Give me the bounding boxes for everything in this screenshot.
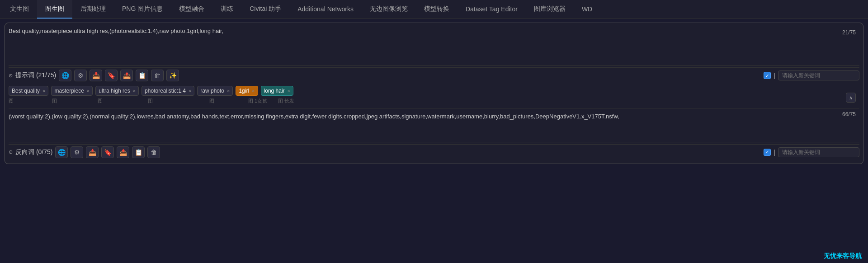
negative-toolbar-row: ⊙ 反向词 (0/75) 🌐 ⚙ 📥 🔖 📤 📋 🗑 xyxy=(9,144,859,160)
positive-toolbar-row: ⊙ 提示词 (21/75) 🌐 ⚙ 📥 🔖 📤 xyxy=(9,67,859,83)
positive-tags-section: Best quality × masterpiece × ultra high … xyxy=(9,83,859,106)
neg-trash-button[interactable]: 🗑 xyxy=(147,146,160,158)
tab-additional-networks[interactable]: Additional Networks xyxy=(289,0,362,19)
negative-section-label: ⊙ 反向词 (0/75) xyxy=(9,148,52,156)
neg-bookmark-button[interactable]: 🔖 xyxy=(101,146,114,158)
neg-globe-button[interactable]: 🌐 xyxy=(55,146,68,158)
tab-wd[interactable]: WD xyxy=(574,0,600,19)
magic-button[interactable]: ✨ xyxy=(166,70,179,81)
tag-1girl-text: 1girl xyxy=(239,88,249,94)
trash-button[interactable]: 🗑 xyxy=(151,70,164,81)
tag-photorealistic-close[interactable]: × xyxy=(189,88,191,94)
positive-prompt-section: 21/75 xyxy=(9,27,859,63)
bookmark-button[interactable]: 🔖 xyxy=(105,70,118,81)
copy-icon: 📋 xyxy=(138,72,146,79)
neg-bookmark-icon: 🔖 xyxy=(104,149,112,156)
tag-ultra-high-res-text: ultra high res xyxy=(99,88,130,94)
tag-ultra-high-res-close[interactable]: × xyxy=(133,88,136,94)
sub-1girl: 图 1女孩 xyxy=(248,98,275,104)
tab-img2img[interactable]: 图生图 xyxy=(37,0,72,19)
prompts-panel: 21/75 ⊙ 提示词 (21/75) 🌐 ⚙ 📥 xyxy=(5,23,863,164)
positive-tags-row: Best quality × masterpiece × ultra high … xyxy=(9,83,859,97)
upload-icon: 📤 xyxy=(123,72,131,79)
positive-token-count: 21/75 xyxy=(842,29,856,36)
sub-masterpiece: 图 xyxy=(52,98,95,104)
neg-gear-button[interactable]: ⚙ xyxy=(71,146,83,158)
tab-txt2img[interactable]: 文生图 xyxy=(2,0,37,19)
tag-sub-labels-row: 图 图 图 图 图 图 1女孩 图 长发 xyxy=(9,97,859,106)
globe-icon: 🌐 xyxy=(61,72,69,79)
negative-label-text: 反向词 (0/75) xyxy=(15,148,52,156)
tag-raw-photo: raw photo × xyxy=(197,86,233,96)
positive-prompt-textarea[interactable] xyxy=(9,27,859,62)
tab-pnginfo[interactable]: PNG 图片信息 xyxy=(114,0,171,19)
tag-masterpiece-text: masterpiece xyxy=(54,88,84,94)
neg-keyword-input-wrap: ✓ | xyxy=(764,147,859,157)
tag-raw-photo-close[interactable]: × xyxy=(227,88,230,94)
globe-button[interactable]: 🌐 xyxy=(59,70,71,81)
trash-icon: 🗑 xyxy=(154,72,160,79)
tag-masterpiece-close[interactable]: × xyxy=(87,88,90,94)
tag-1girl: 1girl × xyxy=(236,86,258,96)
collapse-positive-button[interactable]: ∧ xyxy=(846,93,856,103)
neg-trash-icon: 🗑 xyxy=(151,149,157,156)
positive-toolbar-section: ⊙ 提示词 (21/75) 🌐 ⚙ 📥 🔖 📤 xyxy=(9,67,859,106)
sub-best-quality: 图 xyxy=(9,98,49,104)
divider-1 xyxy=(9,65,859,66)
upload-button[interactable]: 📤 xyxy=(120,70,133,81)
positive-keyword-input[interactable] xyxy=(778,70,859,80)
divider-2 xyxy=(9,142,859,142)
top-navigation: 文生图 图生图 后期处理 PNG 图片信息 模型融合 训练 Civitai 助手… xyxy=(0,0,868,19)
tag-best-quality-close[interactable]: × xyxy=(42,88,45,94)
sub-long-hair: 图 长发 xyxy=(278,98,310,104)
gear-icon: ⚙ xyxy=(78,72,84,79)
neg-text-cursor-icon: | xyxy=(774,149,775,156)
neg-upload-icon: 📤 xyxy=(119,149,127,156)
neg-upload-button[interactable]: 📤 xyxy=(117,146,129,158)
tag-long-hair-text: long hair xyxy=(264,88,285,94)
tab-merge[interactable]: 模型融合 xyxy=(171,0,212,19)
neg-import-icon: 📥 xyxy=(89,149,96,156)
tag-raw-photo-text: raw photo xyxy=(200,88,224,94)
neg-import-button[interactable]: 📥 xyxy=(86,146,99,158)
tab-convert[interactable]: 模型转换 xyxy=(416,0,458,19)
negative-chevron-icon: ⊙ xyxy=(9,149,13,155)
main-content: 21/75 ⊙ 提示词 (21/75) 🌐 ⚙ 📥 xyxy=(0,19,868,168)
neg-copy-icon: 📋 xyxy=(135,149,142,156)
neg-copy-button[interactable]: 📋 xyxy=(132,146,145,158)
tag-best-quality: Best quality × xyxy=(9,86,48,96)
tag-best-quality-text: Best quality xyxy=(12,88,40,94)
keyword-input-wrap: ✓ | xyxy=(764,70,859,80)
tab-postprocess[interactable]: 后期处理 xyxy=(72,0,114,19)
neg-globe-icon: 🌐 xyxy=(58,149,66,156)
tag-1girl-close[interactable]: × xyxy=(252,88,255,94)
positive-checkbox[interactable]: ✓ xyxy=(764,72,771,79)
copy-button[interactable]: 📋 xyxy=(136,70,148,81)
tab-train[interactable]: 训练 xyxy=(212,0,241,19)
sub-raw-photo: 图 xyxy=(209,98,245,104)
watermark: 无忧来客导航 xyxy=(824,252,862,260)
tab-dataset[interactable]: Dataset Tag Editor xyxy=(458,0,526,19)
negative-keyword-input[interactable] xyxy=(778,147,859,157)
magic-icon: ✨ xyxy=(169,72,177,79)
tab-gallery[interactable]: 图库浏览器 xyxy=(526,0,574,19)
tag-ultra-high-res: ultra high res × xyxy=(95,86,139,96)
import-button[interactable]: 📥 xyxy=(90,70,102,81)
negative-prompt-textarea[interactable] xyxy=(9,112,859,139)
tag-long-hair-close[interactable]: × xyxy=(288,88,290,94)
tag-photorealistic-text: photorealistic:1.4 xyxy=(145,88,186,94)
positive-label-text: 提示词 (21/75) xyxy=(15,71,56,80)
tab-civitai[interactable]: Civitai 助手 xyxy=(241,0,289,19)
chevron-icon: ⊙ xyxy=(9,73,13,79)
bookmark-icon: 🔖 xyxy=(108,72,115,79)
chevron-up-icon: ∧ xyxy=(849,95,853,101)
text-cursor-icon: | xyxy=(774,72,775,79)
gear-button[interactable]: ⚙ xyxy=(74,70,87,81)
tag-photorealistic: photorealistic:1.4 × xyxy=(142,86,194,96)
negative-token-count: 66/75 xyxy=(842,111,856,117)
tab-infinite[interactable]: 无边图像浏览 xyxy=(362,0,416,19)
positive-section-label: ⊙ 提示词 (21/75) xyxy=(9,71,56,80)
tag-long-hair: long hair × xyxy=(261,86,293,96)
negative-checkbox[interactable]: ✓ xyxy=(764,149,771,156)
tag-masterpiece: masterpiece × xyxy=(51,86,93,96)
